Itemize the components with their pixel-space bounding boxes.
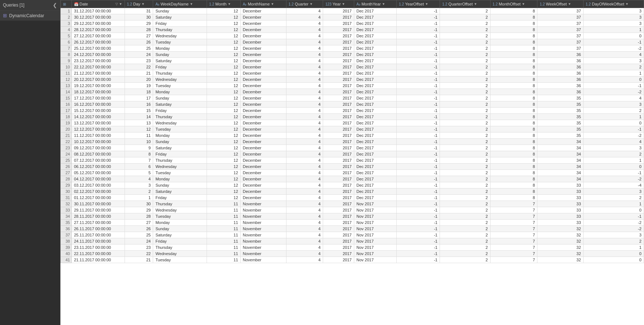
table-row[interactable]: 1715.12.2017 00:00:0015Friday12December4… [61,108,644,114]
table-cell: Dec 2017 [354,45,396,52]
col-header-monthyear[interactable]: Aᵦ MonthYear ▼ [354,0,396,8]
table-row[interactable]: 2309.12.2017 00:00:009Saturday12December… [61,145,644,151]
col-header-monthoffset[interactable]: 1.2 MonthOffset ▼ [490,0,537,8]
table-row[interactable]: 3626.11.2017 00:00:0026Sunday11November4… [61,226,644,232]
table-cell: December [240,70,286,76]
table-row[interactable]: 2705.12.2017 00:00:005Tuesday12December4… [61,170,644,176]
table-row[interactable]: 2507.12.2017 00:00:007Thursday12December… [61,157,644,164]
collapse-icon[interactable]: ❮ [53,2,57,8]
col-header-date[interactable]: 📅 Date ▽ ▼ [72,0,125,8]
monthoffset-filter-icon[interactable]: ▼ [522,2,525,6]
col-header-month[interactable]: 1.2 Month ▼ [207,0,240,8]
table-row[interactable]: 2111.12.2017 00:00:0011Monday12December4… [61,132,644,139]
table-row[interactable]: 1913.12.2017 00:00:0013Wednesday12Decemb… [61,120,644,126]
table-cell: 2017 [323,52,354,58]
col-header-day[interactable]: 1.2 Day ▼ [125,0,153,8]
day-filter-icon[interactable]: ▼ [141,2,145,6]
quarteroffset-filter-icon[interactable]: ▼ [474,2,477,6]
table-row[interactable]: 626.12.2017 00:00:0026Tuesday12December4… [61,39,644,45]
year-filter-icon[interactable]: ▼ [342,2,345,6]
table-row[interactable]: 1418.12.2017 00:00:0018Monday12December4… [61,89,644,95]
table-row[interactable]: 3428.11.2017 00:00:0028Tuesday11November… [61,213,644,220]
table-cell: Sunday [153,182,207,188]
table-cell: December [240,151,286,157]
monthyear-filter-icon[interactable]: ▼ [382,2,385,6]
dayofweekoffset-filter-icon[interactable]: ▼ [625,2,629,6]
monthname-filter-icon[interactable]: ▼ [271,2,274,6]
sidebar-item-dynamiccalendar[interactable]: ⊞ DynamicCalendar [0,11,60,21]
table-row[interactable]: 527.12.2017 00:00:0027Wednesday12Decembe… [61,33,644,39]
month-filter-icon[interactable]: ▼ [227,2,231,6]
col-header-quarteroffset[interactable]: 1.2 QuarterOffset ▼ [440,0,490,8]
table-cell: 22.11.2017 00:00:00 [72,251,125,257]
table-row[interactable]: 2804.12.2017 00:00:004Monday12December42… [61,176,644,182]
table-row[interactable]: 1319.12.2017 00:00:0019Tuesday12December… [61,83,644,89]
table-cell: 2017 [323,213,354,220]
table-cell: 19.12.2017 00:00:00 [72,83,125,89]
table-row[interactable]: 428.12.2017 00:00:0028Thursday12December… [61,27,644,33]
table-row[interactable]: 725.12.2017 00:00:0025Monday12December42… [61,45,644,52]
table-cell: 4 [286,132,323,139]
weekdayname-filter-icon[interactable]: ▼ [190,2,193,6]
table-cell: November [240,213,286,220]
table-row[interactable]: 3230.11.2017 00:00:0030Thursday11Novembe… [61,201,644,207]
table-row[interactable]: 4022.11.2017 00:00:0022Wednesday11Novemb… [61,251,644,257]
table-cell: -1 [396,108,440,114]
table-row[interactable]: 3725.11.2017 00:00:0025Saturday11Novembe… [61,232,644,238]
table-row[interactable]: 2606.12.2017 00:00:006Wednesday12Decembe… [61,164,644,170]
table-cell: Friday [153,195,207,201]
col-header-weekoffset[interactable]: 1.2 WeekOffset ▼ [537,0,583,8]
table-row[interactable]: 2408.12.2017 00:00:008Friday12December42… [61,151,644,157]
col-header-monthname[interactable]: Aᵦ MonthName ▼ [240,0,286,8]
table-row[interactable]: 2012.12.2017 00:00:0012Tuesday12December… [61,126,644,132]
table-cell: November [240,257,286,263]
col-header-quarter[interactable]: 1.2 Quarter ▼ [286,0,323,8]
date-sort-icon[interactable]: ▽ [115,2,118,6]
table-cell: 29 [125,20,153,27]
col-header-year[interactable]: 123 Year ▼ [323,0,354,8]
col-header-yearoffset[interactable]: 1.2 YearOffset ▼ [396,0,440,8]
quarter-filter-icon[interactable]: ▼ [310,2,313,6]
table-row[interactable]: 3824.11.2017 00:00:0024Friday11November4… [61,238,644,244]
table-row[interactable]: 1517.12.2017 00:00:0017Sunday12December4… [61,95,644,101]
table-cell: 12 [207,114,240,120]
table-cell: 07.12.2017 00:00:00 [72,157,125,164]
table-cell: 5 [125,170,153,176]
table-row[interactable]: 3101.12.2017 00:00:001Friday12December42… [61,195,644,201]
table-cell: 14 [61,89,72,95]
table-row[interactable]: 2903.12.2017 00:00:003Sunday12December42… [61,182,644,188]
table-row[interactable]: 1616.12.2017 00:00:0016Saturday12Decembe… [61,101,644,108]
col-header-weekdayname[interactable]: Aᵦ WeekDayName ▼ [153,0,207,8]
table-cell: 4 [286,27,323,33]
table-row[interactable]: 1814.12.2017 00:00:0014Thursday12Decembe… [61,114,644,120]
table-row[interactable]: 1220.12.2017 00:00:0020Wednesday12Decemb… [61,76,644,83]
date-filter-icon[interactable]: ▼ [119,2,122,6]
table-cell: 03.12.2017 00:00:00 [72,182,125,188]
table-cell: 2 [440,182,490,188]
table-row[interactable]: 1121.12.2017 00:00:0021Thursday12Decembe… [61,70,644,76]
table-row[interactable]: 3329.11.2017 00:00:0029Wednesday11Novemb… [61,207,644,213]
table-row[interactable]: 230.12.2017 00:00:0030Saturday12December… [61,14,644,20]
table-cell: 06.12.2017 00:00:00 [72,164,125,170]
col-header-dayofweekoffset[interactable]: 1.2 DayOfWeekOffset ▼ [583,0,644,8]
table-row[interactable]: 3923.11.2017 00:00:0023Thursday11Novembe… [61,244,644,251]
table-row[interactable]: 4121.11.2017 00:00:0021Tuesday11November… [61,257,644,263]
yearoffset-filter-icon[interactable]: ▼ [425,2,428,6]
table-row[interactable]: 3527.11.2017 00:00:0027Monday11November4… [61,220,644,226]
table-wrapper[interactable]: ⊞ 📅 Date ▽ ▼ 1.2 Da [60,0,644,325]
table-cell: 4 [583,139,644,145]
col-header-rownum[interactable]: ⊞ [61,0,72,8]
table-cell: 08.12.2017 00:00:00 [72,151,125,157]
table-row[interactable]: 329.12.2017 00:00:0029Friday12December42… [61,20,644,27]
col-label-year: Year [333,2,341,6]
table-cell: November [240,201,286,207]
table-row[interactable]: 131.12.2017 00:00:0031Sunday12December42… [61,8,644,14]
table-row[interactable]: 824.12.2017 00:00:0024Sunday12December42… [61,52,644,58]
table-row[interactable]: 2210.12.2017 00:00:0010Sunday12December4… [61,139,644,145]
table-cell: 01.12.2017 00:00:00 [72,195,125,201]
table-row[interactable]: 923.12.2017 00:00:0023Saturday12December… [61,58,644,64]
table-row[interactable]: 1022.12.2017 00:00:0022Friday12December4… [61,64,644,70]
table-cell: -1 [396,76,440,83]
weekoffset-filter-icon[interactable]: ▼ [568,2,571,6]
table-row[interactable]: 3002.12.2017 00:00:002Saturday12December… [61,188,644,195]
